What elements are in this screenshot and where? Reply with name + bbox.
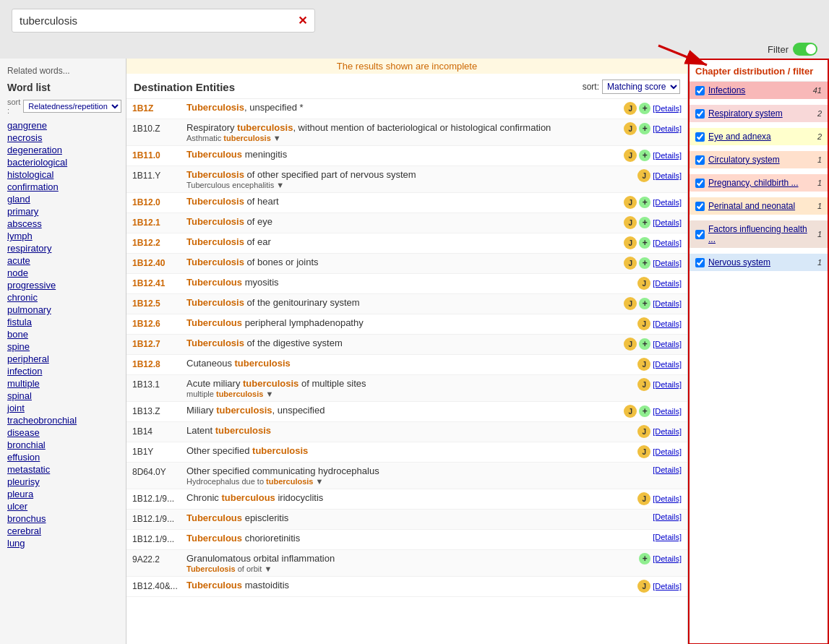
j-button[interactable]: J [624,257,637,270]
j-button[interactable]: J [624,149,637,162]
word-item[interactable]: metastatic [0,463,126,476]
details-link[interactable]: [Details] [653,104,682,113]
word-item[interactable]: infection [0,365,126,377]
plus-button[interactable]: + [639,150,650,161]
j-button[interactable]: J [624,405,637,418]
details-link[interactable]: [Details] [653,360,682,369]
word-item[interactable]: bacteriological [0,156,126,168]
details-link[interactable]: [Details] [653,533,682,541]
word-item[interactable]: joint [0,402,126,414]
details-link[interactable]: [Details] [653,582,682,591]
plus-button[interactable]: + [639,217,650,228]
chapter-item-eye[interactable]: Eye and adnexa2 [690,128,828,145]
chapter-item-circulatory[interactable]: Circulatory system1 [690,151,828,168]
word-item[interactable]: spine [0,340,126,353]
word-item[interactable]: progressive [0,279,126,291]
clear-search-button[interactable]: ✕ [298,14,307,27]
plus-button[interactable]: + [639,103,650,114]
details-link[interactable]: [Details] [653,407,682,416]
details-link[interactable]: [Details] [653,512,682,521]
search-input[interactable] [20,14,298,27]
word-item[interactable]: disease [0,426,126,439]
j-button[interactable]: J [637,378,650,391]
details-link[interactable]: [Details] [653,151,682,160]
chapter-item-perinatal[interactable]: Perinatal and neonatal1 [690,197,828,215]
plus-button[interactable]: + [639,257,650,269]
chapter-checkbox[interactable] [695,109,705,119]
j-button[interactable]: J [637,277,650,290]
word-item[interactable]: abscess [0,218,126,230]
word-item[interactable]: multiple [0,377,126,390]
plus-button[interactable]: + [639,338,650,350]
j-button[interactable]: J [637,317,650,330]
plus-button[interactable]: + [639,197,650,208]
details-link[interactable]: [Details] [653,340,682,348]
chapter-item-infections[interactable]: Infections41 [690,82,828,99]
chapter-checkbox[interactable] [695,202,705,211]
plus-button[interactable]: + [639,298,650,309]
plus-button[interactable]: + [639,405,650,417]
chapter-checkbox[interactable] [695,230,705,239]
word-item[interactable]: pleura [0,488,126,500]
chapter-item-pregnancy[interactable]: Pregnancy, childbirth ...1 [690,174,828,192]
chapter-checkbox[interactable] [695,132,705,142]
j-button[interactable]: J [624,216,637,229]
details-link[interactable]: [Details] [653,447,682,456]
chapter-item-nervous[interactable]: Nervous system1 [690,254,828,271]
details-link[interactable]: [Details] [653,279,682,288]
j-button[interactable]: J [624,122,637,135]
j-button[interactable]: J [637,358,650,371]
chapter-checkbox[interactable] [695,155,705,165]
word-item[interactable]: fistula [0,316,126,328]
word-item[interactable]: gland [0,193,126,205]
j-button[interactable]: J [624,338,637,351]
j-button[interactable]: J [637,169,650,182]
plus-button[interactable]: + [639,237,650,249]
plus-button[interactable]: + [639,553,650,564]
details-link[interactable]: [Details] [653,465,682,474]
word-item[interactable]: node [0,267,126,279]
word-item[interactable]: respiratory [0,242,126,254]
word-item[interactable]: gangrene [0,119,126,132]
j-button[interactable]: J [637,580,650,593]
j-button[interactable]: J [637,445,650,458]
j-button[interactable]: J [624,102,637,115]
details-link[interactable]: [Details] [653,319,682,328]
j-button[interactable]: J [624,196,637,209]
word-item[interactable]: bone [0,328,126,340]
word-item[interactable]: lymph [0,230,126,242]
j-button[interactable]: J [637,425,650,438]
details-link[interactable]: [Details] [653,380,682,389]
word-item[interactable]: confirmation [0,181,126,193]
word-item[interactable]: necrosis [0,132,126,144]
details-link[interactable]: [Details] [653,239,682,247]
chapter-item-factors[interactable]: Factors influencing health ...1 [690,220,828,248]
word-item[interactable]: acute [0,254,126,267]
details-link[interactable]: [Details] [653,259,682,267]
word-item[interactable]: bronchial [0,439,126,451]
word-item[interactable]: effusion [0,451,126,463]
entities-sort-select[interactable]: Matching score Alphabetical Code [602,80,680,94]
word-item[interactable]: pulmonary [0,304,126,316]
details-link[interactable]: [Details] [653,171,682,180]
j-button[interactable]: J [637,492,650,505]
plus-button[interactable]: + [639,123,650,134]
word-item[interactable]: ulcer [0,500,126,512]
word-item[interactable]: peripheral [0,353,126,365]
chapter-checkbox[interactable] [695,86,705,95]
word-item[interactable]: degeneration [0,144,126,156]
filter-toggle[interactable] [793,43,817,56]
details-link[interactable]: [Details] [653,299,682,308]
word-item[interactable]: tracheobronchial [0,414,126,426]
chapter-checkbox[interactable] [695,179,705,188]
details-link[interactable]: [Details] [653,494,682,503]
word-item[interactable]: bronchus [0,512,126,525]
details-link[interactable]: [Details] [653,554,682,563]
word-item[interactable]: pleurisy [0,476,126,488]
chapter-item-respiratory[interactable]: Respiratory system2 [690,105,828,122]
word-item[interactable]: chronic [0,291,126,304]
word-item[interactable]: histological [0,168,126,181]
j-button[interactable]: J [624,297,637,310]
word-item[interactable]: cerebral [0,525,126,537]
chapter-checkbox[interactable] [695,258,705,267]
